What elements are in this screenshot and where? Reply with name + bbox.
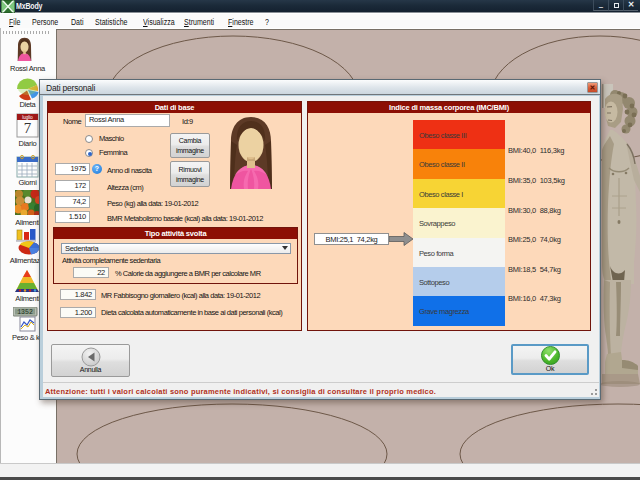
svg-text:1352: 1352: [17, 309, 33, 316]
svg-text:7: 7: [24, 120, 32, 136]
